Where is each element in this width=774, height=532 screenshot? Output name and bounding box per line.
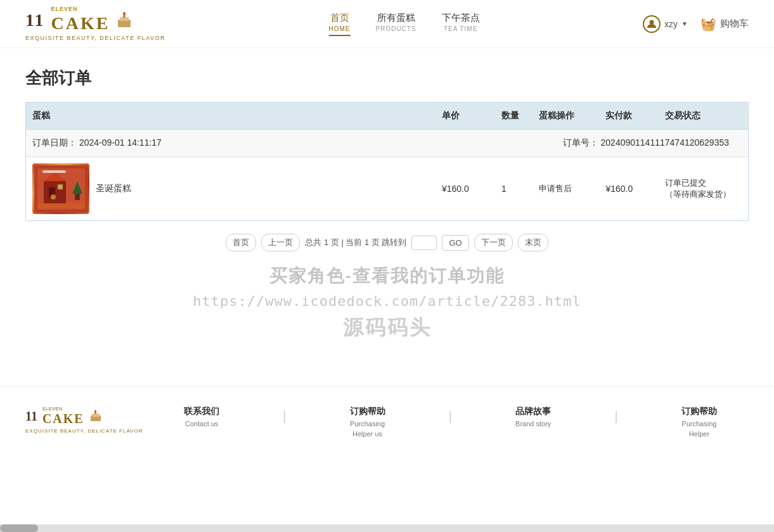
cake-cell-inner: 圣诞蛋糕: [32, 163, 429, 214]
footer-logo-cake: CAKE: [42, 412, 84, 426]
item-price: ¥160.0: [442, 184, 469, 194]
nav-teatime-en: TEA TIME: [444, 25, 477, 32]
footer-divider-2: |: [449, 409, 452, 424]
total-cell: ¥160.0: [599, 157, 659, 221]
last-page-button[interactable]: 末页: [518, 234, 548, 251]
cake-thumbnail: [32, 163, 89, 214]
footer-order-help-en1: Purchasing: [350, 420, 385, 428]
nav-home-en: HOME: [329, 25, 351, 32]
footer-divider-3: |: [615, 409, 618, 424]
order-date-value: 2024-09-01 14:11:17: [79, 137, 162, 148]
footer-link-contact: 联系我们 Contact us: [184, 406, 219, 428]
main-nav: 首页 HOME 所有蛋糕 PRODUCTS 下午茶点 TEA TIME: [329, 12, 480, 36]
footer-order-help-en2: Helper us: [352, 430, 382, 438]
footer-logo-numbers: 11: [25, 409, 37, 424]
order-table: 蛋糕 单价 数量 蛋糕操作 实付款 交易状态 订单日期： 2024-09-01 …: [25, 102, 749, 221]
footer-logo-eleven: ELEVEN: [42, 406, 63, 412]
order-no-label: 订单号：: [563, 137, 598, 148]
svg-point-20: [94, 410, 96, 412]
cake-name: 圣诞蛋糕: [89, 183, 131, 194]
watermark-line2: https://www.icodedock.com/article/2283.h…: [25, 293, 749, 309]
person-icon: [647, 19, 657, 29]
watermark-line3: 源码码头: [25, 314, 749, 342]
svg-rect-13: [75, 194, 80, 200]
logo-area: 11 ELEVEN CAKE EXQUISITE BEAUTY, DELICAT…: [25, 6, 165, 41]
table-header-row: 蛋糕 单价 数量 蛋糕操作 实付款 交易状态: [26, 103, 749, 130]
cart-icon: 🧺: [700, 16, 716, 32]
nav-products[interactable]: 所有蛋糕 PRODUCTS: [376, 12, 416, 32]
footer-link-order-help: 订购帮助 Purchasing Helper us: [350, 406, 385, 438]
next-page-button[interactable]: 下一页: [474, 234, 513, 251]
svg-rect-11: [58, 184, 63, 189]
user-name: xzy: [664, 19, 678, 29]
footer-inner: 11 ELEVEN CAKE EXQUISITE BEAUTY, DELICAT…: [25, 406, 749, 438]
cake-cell: 圣诞蛋糕: [26, 157, 435, 221]
page-title: 全部订单: [25, 67, 749, 89]
footer-contact-en: Contact us: [185, 420, 219, 428]
go-button[interactable]: GO: [442, 235, 468, 251]
footer-logo-main: 11 ELEVEN CAKE: [25, 406, 152, 426]
cart-button[interactable]: 🧺 购物车: [700, 16, 749, 32]
col-price: 单价: [435, 103, 495, 130]
footer-link-brand: 品牌故事 Brand story: [515, 406, 551, 428]
watermark-area: 买家角色-查看我的订单功能 https://www.icodedock.com/…: [25, 251, 749, 348]
status-cell: 订单已提交 （等待商家发货）: [659, 157, 748, 221]
order-date-cell: 订单日期： 2024-09-01 14:11:17 订单号： 202409011…: [26, 130, 749, 157]
logo-tagline: EXQUISITE BEAUTY, DELICATE FLAVOR: [25, 35, 165, 41]
footer-contact-cn: 联系我们: [184, 406, 219, 417]
svg-rect-16: [37, 203, 85, 208]
price-cell: ¥160.0: [435, 157, 495, 221]
action-cell[interactable]: 申请售后: [532, 157, 600, 221]
user-menu[interactable]: xzy ▼: [643, 15, 688, 33]
footer-purchasing-en2: Helper: [689, 430, 709, 438]
cake-image: [34, 165, 88, 213]
nav-teatime-cn: 下午茶点: [442, 12, 480, 24]
main-content: 全部订单 蛋糕 单价 数量 蛋糕操作 实付款 交易状态 订单日期： 2024-0…: [0, 48, 774, 367]
footer-divider-1: |: [283, 409, 286, 424]
nav-home[interactable]: 首页 HOME: [329, 12, 351, 36]
action-button[interactable]: 申请售后: [539, 184, 572, 193]
qty-cell: 1: [495, 157, 532, 221]
col-qty: 数量: [495, 103, 532, 130]
nav-products-en: PRODUCTS: [376, 25, 416, 32]
col-cake: 蛋糕: [26, 103, 435, 130]
first-page-button[interactable]: 首页: [226, 234, 256, 251]
user-avatar-icon: [643, 15, 661, 33]
page-jump-input[interactable]: [411, 236, 437, 250]
order-date-row: 订单日期： 2024-09-01 14:11:17 订单号： 202409011…: [26, 130, 749, 157]
svg-rect-14: [42, 170, 66, 173]
footer-logo: 11 ELEVEN CAKE EXQUISITE BEAUTY, DELICAT…: [25, 406, 152, 434]
logo-eleven-label: ELEVEN: [51, 6, 77, 12]
logo-numbers: 11: [25, 10, 44, 30]
footer-order-help-cn: 订购帮助: [350, 406, 385, 417]
footer-tagline: EXQUISITE BEAUTY, DELICATE FLAVOR: [25, 428, 152, 434]
svg-point-15: [51, 194, 56, 200]
logo-cake: CAKE: [51, 13, 110, 34]
status-line2: （等待商家发货）: [665, 189, 731, 199]
nav-products-cn: 所有蛋糕: [377, 12, 415, 24]
table-row: 圣诞蛋糕 ¥160.0 1 申请售后 ¥160.0 订单已提交 （等待商家发货: [26, 157, 749, 221]
col-total: 实付款: [599, 103, 659, 130]
header-right: xzy ▼ 🧺 购物车: [643, 15, 749, 33]
nav-teatime[interactable]: 下午茶点 TEA TIME: [442, 12, 480, 32]
footer: 11 ELEVEN CAKE EXQUISITE BEAUTY, DELICAT…: [0, 386, 774, 457]
cake-logo-icon: [115, 11, 134, 30]
footer-brand-cn: 品牌故事: [515, 406, 551, 417]
pagination-info: 总共 1 页 | 当前 1 页 跳转到: [305, 237, 406, 248]
col-action: 蛋糕操作: [532, 103, 600, 130]
svg-point-5: [650, 20, 654, 24]
logo-main: 11 ELEVEN CAKE: [25, 6, 134, 34]
footer-cake-icon: [89, 409, 103, 423]
footer-brand-en: Brand story: [515, 420, 551, 428]
watermark-line1: 买家角色-查看我的订单功能: [25, 264, 749, 288]
dropdown-icon: ▼: [681, 20, 688, 27]
order-no-value: 20240901141117474120629353: [601, 137, 729, 148]
prev-page-button[interactable]: 上一页: [261, 234, 300, 251]
footer-links: 联系我们 Contact us | 订购帮助 Purchasing Helper…: [152, 406, 749, 438]
footer-purchasing-en1: Purchasing: [681, 420, 716, 428]
order-date-label: 订单日期：: [32, 137, 77, 148]
pagination: 首页 上一页 总共 1 页 | 当前 1 页 跳转到 GO 下一页 末页: [25, 234, 749, 251]
item-total: ¥160.0: [605, 184, 633, 194]
nav-home-cn: 首页: [330, 12, 349, 24]
footer-purchasing-cn: 订购帮助: [681, 406, 717, 417]
